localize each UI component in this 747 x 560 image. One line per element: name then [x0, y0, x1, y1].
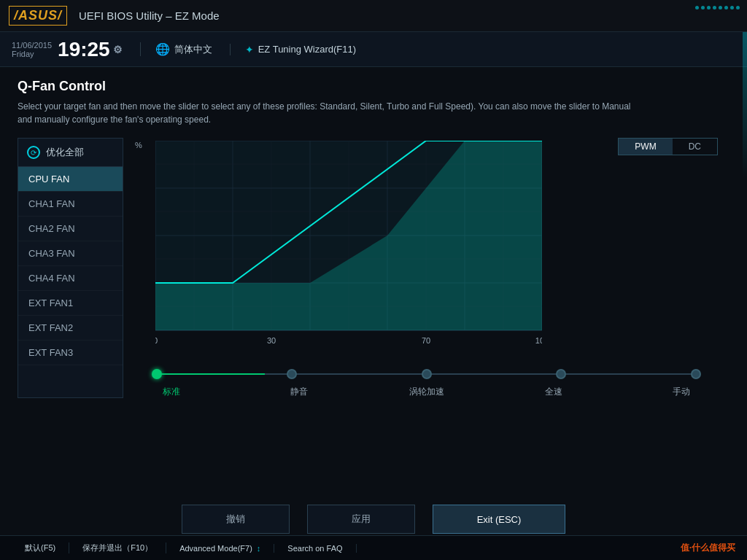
fan-item-cha3[interactable]: CHA3 FAN: [18, 241, 123, 266]
fan-list: ⟳ 优化全部 CPU FAN CHA1 FAN CHA2 FAN CHA3 FA…: [18, 138, 123, 398]
fan-item-cha4[interactable]: CHA4 FAN: [18, 266, 123, 291]
fan-item-ext1[interactable]: EXT FAN1: [18, 291, 123, 316]
body-layout: ⟳ 优化全部 CPU FAN CHA1 FAN CHA2 FAN CHA3 FA…: [18, 138, 729, 398]
wizard-label: EZ Tuning Wizard(F11): [258, 44, 356, 55]
footer-advanced[interactable]: Advanced Mode(F7) ↕: [166, 544, 274, 553]
svg-text:30: 30: [267, 336, 276, 345]
ez-wizard-button[interactable]: ✦ EZ Tuning Wizard(F11): [230, 44, 356, 55]
gear-icon[interactable]: ⚙: [113, 44, 123, 55]
chart-area: PWM DC %: [123, 138, 729, 398]
slider-node-4[interactable]: [691, 369, 701, 379]
time-display: 19:25 ⚙: [58, 39, 123, 60]
slider-node-1[interactable]: [287, 369, 297, 379]
optimize-all-button[interactable]: ⟳ 优化全部: [18, 139, 123, 167]
section-title: Q-Fan Control: [18, 79, 729, 94]
language-selector[interactable]: 🌐 简体中文: [140, 42, 212, 56]
profile-label-1: 静音: [277, 386, 321, 398]
footer-bar: 默认(F5) 保存并退出（F10） Advanced Mode(F7) ↕ Se…: [0, 535, 747, 560]
footer-key-f5: 默认(F5): [25, 542, 55, 553]
wand-icon: ✦: [245, 44, 254, 55]
graph-wrapper: 100 50 0 30 70 100 °C: [155, 141, 718, 352]
optimize-label: 优化全部: [46, 146, 84, 159]
top-bar: /ASUS/ UEFI BIOS Utility – EZ Mode: [0, 0, 747, 32]
apply-button[interactable]: 应用: [307, 505, 415, 534]
fan-item-cha1[interactable]: CHA1 FAN: [18, 192, 123, 217]
exit-button[interactable]: Exit (ESC): [433, 505, 566, 534]
watermark: 值·什么值得买: [681, 542, 735, 554]
slider-node-2[interactable]: [422, 369, 432, 379]
date-label: 11/06/2015: [12, 41, 52, 50]
fan-item-cha2[interactable]: CHA2 FAN: [18, 217, 123, 241]
profile-label-0: 标准: [150, 386, 193, 398]
main-content: Q-Fan Control Select your target fan and…: [0, 67, 747, 398]
datetime-block: 11/06/2015 Friday: [12, 41, 52, 58]
bios-title: UEFI BIOS Utility – EZ Mode: [79, 9, 220, 22]
section-description: Select your target fan and then move the…: [18, 100, 645, 126]
slider-node-3[interactable]: [556, 369, 566, 379]
footer-key-f10: 保存并退出（F10）: [82, 542, 152, 553]
svg-text:70: 70: [422, 336, 430, 345]
y-axis-label: %: [135, 141, 142, 149]
slider-line-active: [157, 373, 265, 375]
time-value: 19:25: [58, 39, 110, 60]
graph-container: %: [135, 141, 718, 352]
day-label: Friday: [12, 50, 52, 58]
profile-label-4: 手动: [659, 386, 703, 398]
profile-slider: 标准 静音 涡轮加速 全速 手动: [135, 367, 718, 398]
fan-curve-chart: 100 50 0 30 70 100 °C: [155, 141, 542, 352]
svg-text:0: 0: [155, 336, 158, 345]
profile-label-2: 涡轮加速: [405, 386, 449, 398]
profile-label-3: 全速: [532, 386, 576, 398]
slider-labels: 标准 静音 涡轮加速 全速 手动: [150, 386, 703, 398]
footer-key-f7: Advanced Mode(F7): [179, 544, 252, 553]
cancel-button[interactable]: 撤销: [182, 505, 290, 534]
bottom-buttons: 撤销 应用 Exit (ESC): [0, 505, 747, 534]
language-label: 简体中文: [174, 43, 212, 56]
optimize-icon: ⟳: [27, 146, 40, 159]
footer-search[interactable]: Search on FAQ: [274, 544, 356, 553]
fan-item-cpu[interactable]: CPU FAN: [18, 167, 123, 192]
svg-text:100: 100: [535, 336, 542, 345]
slider-track[interactable]: [157, 367, 696, 381]
right-accent: [743, 32, 747, 178]
asus-logo: /ASUS/: [9, 6, 67, 26]
fan-item-ext2[interactable]: EXT FAN2: [18, 316, 123, 341]
footer-default[interactable]: 默认(F5): [12, 542, 69, 553]
decorative-dots: [695, 6, 740, 9]
footer-key-search: Search on FAQ: [287, 544, 342, 553]
info-bar: 11/06/2015 Friday 19:25 ⚙ 🌐 简体中文 ✦ EZ Tu…: [0, 32, 747, 67]
globe-icon: 🌐: [155, 42, 170, 56]
slider-node-0[interactable]: [152, 369, 162, 379]
arrow-icon: ↕: [257, 544, 261, 553]
fan-item-ext3[interactable]: EXT FAN3: [18, 341, 123, 365]
footer-save-exit[interactable]: 保存并退出（F10）: [69, 542, 166, 553]
